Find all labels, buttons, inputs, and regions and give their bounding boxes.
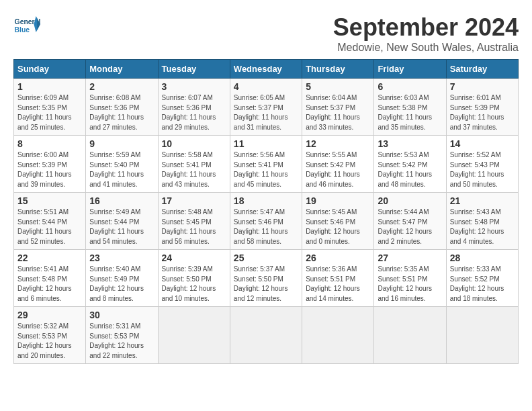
week-row-2: 15Sunrise: 5:51 AM Sunset: 5:44 PM Dayli… [14, 193, 519, 250]
calendar-cell: 30Sunrise: 5:31 AM Sunset: 5:53 PM Dayli… [86, 307, 158, 364]
calendar-cell: 1Sunrise: 6:09 AM Sunset: 5:35 PM Daylig… [14, 79, 86, 136]
day-info: Sunrise: 5:51 AM Sunset: 5:44 PM Dayligh… [17, 208, 82, 246]
calendar-cell: 11Sunrise: 5:56 AM Sunset: 5:41 PM Dayli… [230, 136, 302, 193]
calendar-cell: 9Sunrise: 5:59 AM Sunset: 5:40 PM Daylig… [86, 136, 158, 193]
day-info: Sunrise: 5:41 AM Sunset: 5:48 PM Dayligh… [17, 265, 82, 304]
header-day-wednesday: Wednesday [230, 60, 302, 79]
page-header: General Blue September 2024 Medowie, New… [13, 13, 519, 54]
calendar-cell: 21Sunrise: 5:43 AM Sunset: 5:48 PM Dayli… [446, 193, 518, 250]
day-info: Sunrise: 6:00 AM Sunset: 5:39 PM Dayligh… [17, 150, 82, 189]
day-info: Sunrise: 5:33 AM Sunset: 5:52 PM Dayligh… [450, 265, 515, 304]
day-info: Sunrise: 5:35 AM Sunset: 5:51 PM Dayligh… [378, 265, 442, 304]
day-number: 4 [234, 81, 298, 92]
day-info: Sunrise: 6:09 AM Sunset: 5:35 PM Dayligh… [17, 93, 82, 132]
day-info: Sunrise: 5:55 AM Sunset: 5:42 PM Dayligh… [306, 150, 370, 189]
calendar-cell: 15Sunrise: 5:51 AM Sunset: 5:44 PM Dayli… [14, 193, 86, 250]
day-info: Sunrise: 5:31 AM Sunset: 5:53 PM Dayligh… [89, 322, 154, 361]
calendar-cell [446, 307, 518, 364]
calendar-cell: 19Sunrise: 5:45 AM Sunset: 5:46 PM Dayli… [302, 193, 374, 250]
day-number: 26 [306, 253, 370, 263]
header-day-thursday: Thursday [302, 60, 374, 79]
calendar-cell: 20Sunrise: 5:44 AM Sunset: 5:47 PM Dayli… [374, 193, 446, 250]
calendar-cell: 23Sunrise: 5:40 AM Sunset: 5:49 PM Dayli… [86, 250, 158, 307]
day-number: 22 [17, 253, 82, 263]
day-number: 19 [306, 195, 370, 206]
day-info: Sunrise: 5:53 AM Sunset: 5:42 PM Dayligh… [378, 150, 442, 189]
calendar-cell: 14Sunrise: 5:52 AM Sunset: 5:43 PM Dayli… [446, 136, 518, 193]
calendar-cell [230, 307, 302, 364]
calendar-cell: 12Sunrise: 5:55 AM Sunset: 5:42 PM Dayli… [302, 136, 374, 193]
day-number: 5 [306, 81, 370, 92]
day-info: Sunrise: 5:40 AM Sunset: 5:49 PM Dayligh… [89, 265, 154, 304]
calendar-cell: 18Sunrise: 5:47 AM Sunset: 5:46 PM Dayli… [230, 193, 302, 250]
day-number: 7 [450, 81, 515, 92]
day-number: 28 [450, 253, 515, 263]
header-day-sunday: Sunday [14, 60, 86, 79]
day-number: 16 [89, 195, 154, 206]
calendar-header: SundayMondayTuesdayWednesdayThursdayFrid… [14, 60, 519, 79]
day-info: Sunrise: 5:44 AM Sunset: 5:47 PM Dayligh… [378, 208, 442, 246]
day-info: Sunrise: 5:32 AM Sunset: 5:53 PM Dayligh… [17, 322, 82, 361]
day-info: Sunrise: 5:37 AM Sunset: 5:50 PM Dayligh… [234, 265, 298, 304]
calendar-table: SundayMondayTuesdayWednesdayThursdayFrid… [13, 59, 519, 364]
day-number: 2 [89, 81, 154, 92]
day-number: 17 [162, 195, 226, 206]
month-title: September 2024 [333, 13, 519, 42]
day-number: 27 [378, 253, 442, 263]
day-number: 8 [17, 138, 82, 149]
day-info: Sunrise: 6:05 AM Sunset: 5:37 PM Dayligh… [234, 93, 298, 132]
day-number: 6 [378, 81, 442, 92]
calendar-cell: 25Sunrise: 5:37 AM Sunset: 5:50 PM Dayli… [230, 250, 302, 307]
calendar-cell [158, 307, 230, 364]
logo: General Blue [13, 13, 43, 38]
day-number: 15 [17, 195, 82, 206]
calendar-cell: 27Sunrise: 5:35 AM Sunset: 5:51 PM Dayli… [374, 250, 446, 307]
header-day-friday: Friday [374, 60, 446, 79]
day-info: Sunrise: 5:48 AM Sunset: 5:45 PM Dayligh… [162, 208, 226, 246]
day-number: 29 [17, 310, 82, 320]
calendar-cell: 29Sunrise: 5:32 AM Sunset: 5:53 PM Dayli… [14, 307, 86, 364]
header-day-tuesday: Tuesday [158, 60, 230, 79]
day-info: Sunrise: 5:49 AM Sunset: 5:44 PM Dayligh… [89, 208, 154, 246]
day-info: Sunrise: 6:07 AM Sunset: 5:36 PM Dayligh… [162, 93, 226, 132]
day-info: Sunrise: 5:56 AM Sunset: 5:41 PM Dayligh… [234, 150, 298, 189]
calendar-cell: 17Sunrise: 5:48 AM Sunset: 5:45 PM Dayli… [158, 193, 230, 250]
day-info: Sunrise: 5:43 AM Sunset: 5:48 PM Dayligh… [450, 208, 515, 246]
day-number: 10 [162, 138, 226, 149]
calendar-cell: 6Sunrise: 6:03 AM Sunset: 5:38 PM Daylig… [374, 79, 446, 136]
day-number: 30 [89, 310, 154, 320]
day-info: Sunrise: 5:36 AM Sunset: 5:51 PM Dayligh… [306, 265, 370, 304]
calendar-cell: 7Sunrise: 6:01 AM Sunset: 5:39 PM Daylig… [446, 79, 518, 136]
day-number: 23 [89, 253, 154, 263]
week-row-3: 22Sunrise: 5:41 AM Sunset: 5:48 PM Dayli… [14, 250, 519, 307]
calendar-cell: 4Sunrise: 6:05 AM Sunset: 5:37 PM Daylig… [230, 79, 302, 136]
calendar-body: 1Sunrise: 6:09 AM Sunset: 5:35 PM Daylig… [14, 79, 519, 364]
day-info: Sunrise: 5:59 AM Sunset: 5:40 PM Dayligh… [89, 150, 154, 189]
week-row-4: 29Sunrise: 5:32 AM Sunset: 5:53 PM Dayli… [14, 307, 519, 364]
day-info: Sunrise: 6:04 AM Sunset: 5:37 PM Dayligh… [306, 93, 370, 132]
day-number: 25 [234, 253, 298, 263]
day-number: 20 [378, 195, 442, 206]
day-number: 18 [234, 195, 298, 206]
day-info: Sunrise: 5:58 AM Sunset: 5:41 PM Dayligh… [162, 150, 226, 189]
logo-icon: General Blue [13, 13, 40, 38]
location-title: Medowie, New South Wales, Australia [333, 42, 519, 54]
calendar-cell: 3Sunrise: 6:07 AM Sunset: 5:36 PM Daylig… [158, 79, 230, 136]
day-number: 9 [89, 138, 154, 149]
day-number: 11 [234, 138, 298, 149]
calendar-cell [374, 307, 446, 364]
week-row-0: 1Sunrise: 6:09 AM Sunset: 5:35 PM Daylig… [14, 79, 519, 136]
header-day-monday: Monday [86, 60, 158, 79]
day-info: Sunrise: 6:01 AM Sunset: 5:39 PM Dayligh… [450, 93, 515, 132]
calendar-cell: 2Sunrise: 6:08 AM Sunset: 5:36 PM Daylig… [86, 79, 158, 136]
day-number: 13 [378, 138, 442, 149]
calendar-cell: 22Sunrise: 5:41 AM Sunset: 5:48 PM Dayli… [14, 250, 86, 307]
svg-text:Blue: Blue [15, 26, 30, 34]
day-info: Sunrise: 5:45 AM Sunset: 5:46 PM Dayligh… [306, 208, 370, 246]
calendar-cell: 10Sunrise: 5:58 AM Sunset: 5:41 PM Dayli… [158, 136, 230, 193]
day-number: 14 [450, 138, 515, 149]
day-number: 12 [306, 138, 370, 149]
calendar-cell: 28Sunrise: 5:33 AM Sunset: 5:52 PM Dayli… [446, 250, 518, 307]
calendar-cell [302, 307, 374, 364]
day-info: Sunrise: 5:47 AM Sunset: 5:46 PM Dayligh… [234, 208, 298, 246]
